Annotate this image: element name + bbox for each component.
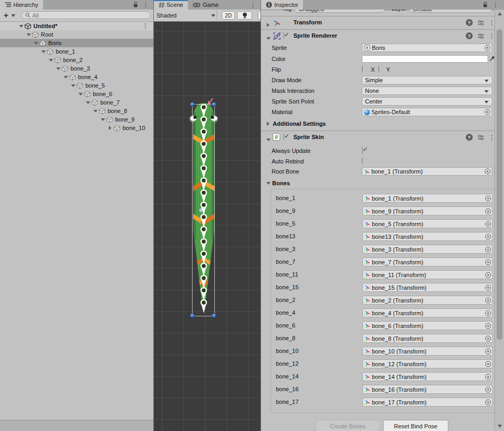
scroll-up-icon[interactable] (498, 12, 502, 15)
scene-menu-kebab-icon[interactable]: ⋮ (250, 0, 256, 10)
object-picker-icon[interactable] (485, 221, 491, 227)
bone-object-field[interactable]: bone_1 (Transform) (362, 194, 493, 203)
object-picker-icon[interactable] (485, 208, 491, 214)
tab-scene[interactable]: Scene (154, 0, 188, 10)
splitter-hierarchy-scene[interactable] (153, 0, 154, 431)
hierarchy-item-bone_3[interactable]: bone_3 (0, 64, 153, 73)
object-picker-icon[interactable] (485, 297, 491, 304)
scroll-down-icon[interactable] (498, 425, 502, 428)
shading-mode-dropdown[interactable]: Shaded (157, 11, 215, 20)
color-swatch[interactable] (362, 55, 488, 63)
hierarchy-item-root[interactable]: Root (0, 30, 153, 39)
foldout-expanded-icon[interactable] (55, 64, 61, 73)
flip-x-checkbox[interactable] (362, 65, 363, 73)
transform-component-header[interactable]: Transform ? ⋮ (261, 16, 494, 29)
foldout-expanded-icon[interactable] (25, 30, 31, 39)
shading-dropdown-arrow-icon[interactable] (211, 14, 215, 17)
foldout-expanded-icon[interactable] (265, 179, 271, 187)
bone-object-field[interactable]: bone_14 (Transform) (362, 372, 493, 381)
bone-object-field[interactable]: bone_10 (Transform) (362, 347, 493, 356)
help-icon[interactable]: ? (466, 19, 473, 26)
splitter-scene-inspector[interactable] (260, 0, 261, 431)
tab-inspector[interactable]: Inspector (261, 0, 303, 10)
tag-dropdown[interactable]: Untagged (294, 10, 385, 13)
object-picker-icon[interactable] (484, 168, 491, 175)
object-picker-icon[interactable] (485, 310, 491, 316)
flip-y-checkbox[interactable] (378, 65, 379, 73)
object-picker-icon[interactable] (485, 361, 491, 367)
hierarchy-item-boris[interactable]: Boris (0, 39, 153, 47)
foldout-expanded-icon[interactable] (40, 47, 46, 56)
bone-object-field[interactable]: bone_6 (Transform) (362, 321, 493, 330)
foldout-expanded-icon[interactable] (100, 115, 106, 124)
foldout-expanded-icon[interactable] (265, 34, 271, 42)
object-picker-icon[interactable] (485, 259, 491, 265)
lock-icon[interactable] (133, 2, 138, 8)
inspector-scrollbar[interactable] (494, 10, 504, 431)
object-picker-icon[interactable] (485, 348, 491, 355)
hierarchy-item-bone_4[interactable]: bone_4 (0, 73, 153, 81)
scene-viewport[interactable] (154, 22, 260, 431)
object-picker-icon[interactable] (485, 246, 491, 253)
inspector-menu-kebab-icon[interactable]: ⋮ (492, 0, 499, 10)
object-picker-icon[interactable] (485, 399, 491, 406)
bone-object-field[interactable]: bone_4 (Transform) (362, 308, 493, 317)
draw-mode-dropdown[interactable]: Simple (362, 76, 492, 84)
object-picker-icon[interactable] (485, 272, 491, 278)
presets-icon[interactable] (477, 33, 484, 39)
add-gameobject-button[interactable]: + (4, 11, 8, 20)
object-picker-icon[interactable] (485, 374, 491, 380)
mask-interaction-dropdown[interactable]: None (362, 87, 492, 95)
presets-icon[interactable] (477, 20, 484, 26)
foldout-expanded-icon[interactable] (48, 56, 54, 64)
tab-hierarchy[interactable]: Hierarchy (0, 0, 43, 10)
foldout-expanded-icon[interactable] (92, 107, 98, 115)
sprite-skin-component-header[interactable]: # Sprite Skin ? ⋮ (261, 131, 494, 144)
presets-icon[interactable] (477, 134, 484, 141)
scene-header-kebab-icon[interactable]: ⋮ (142, 22, 149, 30)
always-update-checkbox[interactable] (362, 146, 363, 154)
bone-object-field[interactable]: bone_17 (Transform) (362, 398, 493, 407)
foldout-expanded-icon[interactable] (265, 135, 271, 144)
object-picker-icon[interactable] (485, 195, 491, 202)
object-picker-icon[interactable] (485, 234, 491, 240)
foldout-collapsed-icon[interactable] (265, 119, 271, 128)
foldout-expanded-icon[interactable] (85, 98, 91, 107)
object-picker-icon[interactable] (485, 323, 491, 329)
hierarchy-item-untitled[interactable]: Untitled*⋮ (0, 22, 153, 30)
help-icon[interactable]: ? (466, 134, 473, 141)
bone-object-field[interactable]: bone_11 (Transform) (362, 270, 493, 279)
scrollbar-thumb[interactable] (497, 29, 502, 340)
hierarchy-item-bone_1[interactable]: bone_1 (0, 47, 153, 56)
lighting-toggle-button[interactable] (237, 11, 252, 20)
bone-object-field[interactable]: bone_9 (Transform) (362, 206, 493, 216)
hierarchy-item-bone_8[interactable]: bone_8 (0, 107, 153, 115)
add-dropdown-icon[interactable] (11, 14, 15, 17)
bone-object-field[interactable]: bone_5 (Transform) (362, 219, 493, 228)
bone-object-field[interactable]: bone_3 (Transform) (362, 245, 493, 254)
selection-handle-bottom-right[interactable] (212, 313, 216, 318)
object-picker-icon[interactable] (484, 45, 491, 51)
layer-dropdown[interactable]: Default (409, 10, 492, 13)
object-picker-icon[interactable] (485, 386, 491, 393)
sprite-sort-point-dropdown[interactable]: Center (362, 97, 492, 106)
hierarchy-search-input[interactable]: All (21, 11, 151, 19)
bone-object-field[interactable]: bone_12 (Transform) (362, 359, 493, 368)
bone-object-field[interactable]: bone_16 (Transform) (362, 385, 493, 394)
help-icon[interactable]: ? (466, 32, 473, 39)
foldout-expanded-icon[interactable] (33, 39, 39, 47)
bone-object-field[interactable]: bone_2 (Transform) (362, 296, 493, 305)
selection-handle-bottom-left[interactable] (190, 313, 195, 318)
object-picker-icon[interactable] (485, 335, 491, 342)
hierarchy-item-bone_6[interactable]: bone_6 (0, 90, 153, 98)
lock-icon[interactable] (483, 2, 488, 8)
bone-object-field[interactable]: bone_7 (Transform) (362, 257, 493, 266)
selection-handle-top-left[interactable] (190, 102, 195, 107)
bone-object-field[interactable]: bone_15 (Transform) (362, 283, 493, 292)
hierarchy-item-bone_2[interactable]: bone_2 (0, 56, 153, 64)
foldout-collapsed-icon[interactable] (107, 124, 113, 132)
foldout-expanded-icon[interactable] (63, 73, 68, 81)
object-picker-icon[interactable] (485, 285, 491, 291)
hierarchy-item-bone_9[interactable]: bone_9 (0, 115, 153, 124)
sprite-object-field[interactable]: Boris (362, 44, 492, 52)
